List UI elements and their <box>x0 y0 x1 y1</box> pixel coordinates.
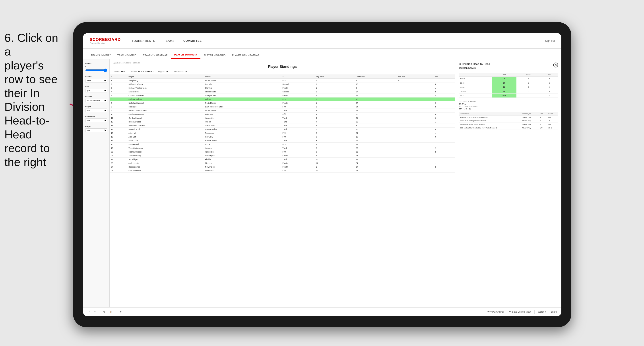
player-conf-rank: 25 <box>354 113 397 116</box>
player-name: Luke Powell <box>127 143 204 146</box>
right-panel: In Division Head-to-Head Jackson Koivun … <box>455 59 562 307</box>
table-row[interactable]: 3 Michael Thorbjornsen Stanford Fourth 1… <box>110 86 455 90</box>
player-rank: 10 <box>110 113 127 116</box>
player-no-rds <box>397 124 434 128</box>
table-row[interactable]: 25 Cole Sherwood Vanderbilt Fifth 12 23 … <box>110 169 455 173</box>
close-h2h-button[interactable]: ✕ <box>553 63 558 67</box>
logo-area: SCOREBOARD Powered by clippi <box>90 37 121 44</box>
logo-title: SCOREBOARD <box>90 37 121 42</box>
tab-team-h2h-grid[interactable]: TEAM H2H GRID <box>114 52 140 59</box>
col-no-rds: No. Rds. <box>397 75 434 79</box>
tab-player-summary[interactable]: PLAYER SUMMARY <box>171 51 200 59</box>
view-original-button[interactable]: 👁 View: Original <box>486 310 505 314</box>
col-school: School <box>204 75 281 79</box>
player-name: Cole Sherwood <box>127 169 204 173</box>
player-win: 1 <box>434 131 455 135</box>
sign-out-button[interactable]: Sign out <box>545 39 555 42</box>
table-row[interactable]: 6 Jackson Koivun Auburn First 2 16 1 <box>110 98 455 101</box>
player-reg-rank: 4 <box>314 116 354 120</box>
filter-conference-select[interactable]: (All) <box>85 119 107 122</box>
table-row[interactable]: 24 Bastien Amat New Mexico Fourth 1 27 2 <box>110 165 455 169</box>
filter-year-select[interactable]: (All) <box>85 89 107 92</box>
player-no-rds <box>397 82 434 86</box>
table-row[interactable]: 7 Nicholas Gabrielck North Florida Fourt… <box>110 101 455 105</box>
filter-gender-display: Gender: Men <box>113 71 125 73</box>
player-name: Jack Lundin <box>127 162 204 165</box>
table-row[interactable]: 20 Matthew Riedel Vanderbilt Fifth 8 23 … <box>110 150 455 154</box>
table-row[interactable]: 13 Phichaksn Maichon Texas A&M Third 6 3… <box>110 124 455 128</box>
h2h-row: >100 578 11 1 <box>459 94 558 98</box>
tournament-row: Amer Am Intercollegiate Invitational Str… <box>459 116 558 119</box>
h2h-loss: 4 <box>516 85 540 89</box>
player-reg-rank: 1 <box>314 86 354 90</box>
refresh-button[interactable]: ↻ <box>118 310 123 314</box>
tournament-row: Fallen Oak Collegiate Invitational Strok… <box>459 119 558 123</box>
h2h-col-win: Win <box>492 73 516 77</box>
table-row[interactable]: 21 Taehoon Song Washington Fourth 6 23 1 <box>110 154 455 158</box>
h2h-tie: 1 <box>540 85 558 89</box>
filter-year-label: Year <box>85 86 107 88</box>
table-row[interactable]: 11 Gordon Sargent Vanderbilt Third 4 21 … <box>110 116 455 120</box>
table-row[interactable]: 15 Jake Hall Tennessee Fifth 8 24 1 <box>110 131 455 135</box>
paste-button[interactable]: 📋 <box>108 310 114 314</box>
player-yr: Fourth <box>281 94 314 98</box>
table-row[interactable]: 10 Jacob Mou Olesen Arkansas Fifth 4 25 … <box>110 113 455 116</box>
filter-division-select[interactable]: NCAA Division I <box>85 99 107 102</box>
player-rank: 19 <box>110 146 127 150</box>
share-button[interactable]: Share <box>550 310 558 314</box>
filter-no-rds-slider[interactable] <box>85 69 107 72</box>
copy-button[interactable]: ⧉ <box>102 310 106 314</box>
watch-button[interactable]: Watch ▾ <box>537 310 548 314</box>
table-row[interactable]: 5 Christo Lamprecht Georgia Tech Fourth … <box>110 94 455 98</box>
tab-team-summary[interactable]: TEAM SUMMARY <box>88 52 114 59</box>
player-conf-rank: 8 <box>354 86 397 90</box>
redo-button[interactable]: ↪ <box>93 310 98 314</box>
table-row[interactable]: 17 David Ford North Carolina Third 8 21 … <box>110 139 455 143</box>
player-no-rds <box>397 120 434 124</box>
nav-teams[interactable]: TEAMS <box>164 38 174 43</box>
table-row[interactable]: 4 Luke Claton Florida State Second 1 27 … <box>110 90 455 94</box>
table-row[interactable]: 12 Brendan Valles Auburn Third 7 22 1 <box>110 120 455 124</box>
player-win: 1 <box>434 139 455 143</box>
tab-player-h2h-grid[interactable]: PLAYER H2H GRID <box>200 52 229 59</box>
table-row[interactable]: 14 Maxwell Ford North Carolina Third 8 2… <box>110 128 455 131</box>
player-school: Missouri <box>204 162 281 165</box>
player-win: 2 <box>434 150 455 154</box>
filter-region-select[interactable]: N/a <box>85 109 107 112</box>
player-conf-rank: 16 <box>354 98 397 101</box>
nav-tournaments[interactable]: TOURNAMENTS <box>132 38 155 43</box>
player-no-rds <box>397 128 434 131</box>
filter-gender-select[interactable]: Men Women <box>85 79 107 82</box>
table-header-section: Update time: 27/03/2024 16:56:26 Player … <box>110 59 455 75</box>
player-school: Auburn <box>204 120 281 124</box>
h2h-range: 11-25 <box>459 81 492 85</box>
table-row[interactable]: 1 Wenyi Ding Arizona State First 1 1 8 1 <box>110 79 455 82</box>
player-win: 0 <box>434 113 455 116</box>
h2h-range: Top 10 <box>459 77 492 81</box>
nav-committee[interactable]: COMMITTEE <box>183 38 202 43</box>
table-row[interactable]: 2 Michael La Sasse Ole Miss Second 1 18 … <box>110 82 455 86</box>
table-row[interactable]: 8 Mats Ege East Tennessee State Fifth 1 … <box>110 105 455 109</box>
table-row[interactable]: 22 Ian Gilligan Florida Third 10 24 1 <box>110 158 455 162</box>
player-yr: Second <box>281 82 314 86</box>
t-col-tournament: Tournament <box>459 112 521 116</box>
table-row[interactable]: 18 Luke Powell UCLA First 4 24 1 <box>110 143 455 146</box>
table-row[interactable]: 19 Tiger Christensen Arizona Third 8 23 … <box>110 146 455 150</box>
filter-player-select[interactable]: (All) <box>85 129 107 132</box>
player-rank: 20 <box>110 150 127 154</box>
player-school: Auburn <box>204 98 281 101</box>
table-row[interactable]: 9 Preston Summerhays Arizona State Third… <box>110 109 455 113</box>
table-row[interactable]: 23 Jack Lundin Missouri Fourth 11 24 1 <box>110 162 455 165</box>
table-row[interactable]: 16 Alex Goff Kentucky Fifth 8 19 0 <box>110 135 455 139</box>
save-custom-button[interactable]: 💾 Save Custom View <box>507 310 532 314</box>
undo-button[interactable]: ↩ <box>86 310 91 314</box>
player-name: Jake Hall <box>127 131 204 135</box>
player-school: Arizona State <box>204 79 281 82</box>
player-rank: 9 <box>110 109 127 113</box>
h2h-loss: 3 <box>516 77 540 81</box>
player-conf-rank: 21 <box>354 139 397 143</box>
tab-team-h2h-heatmap[interactable]: TEAM H2H HEATMAP <box>140 52 171 59</box>
tab-player-h2h-heatmap[interactable]: PLAYER H2H HEATMAP <box>229 52 263 59</box>
player-win: 1 <box>434 169 455 173</box>
player-win: 1 <box>434 143 455 146</box>
